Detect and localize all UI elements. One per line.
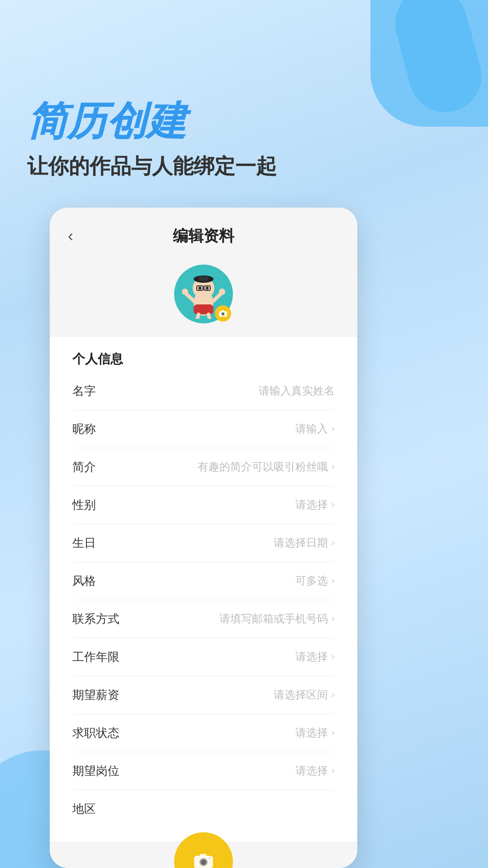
form-row-value: 请选择›: [295, 764, 335, 778]
form-row[interactable]: 风格可多选›: [72, 562, 335, 600]
form-row-label: 性别: [72, 497, 127, 513]
form-row-label: 求职状态: [72, 725, 127, 741]
form-row[interactable]: 期望岗位请选择›: [72, 752, 335, 790]
form-row[interactable]: 简介有趣的简介可以吸引粉丝哦›: [72, 448, 335, 486]
form-row-label: 生日: [72, 535, 127, 551]
form-row[interactable]: 求职状态请选择›: [72, 714, 335, 752]
svg-line-14: [197, 314, 199, 319]
hero-subtitle: 让你的作品与人能绑定一起: [27, 152, 277, 180]
main-content: 简历创建 让你的作品与人能绑定一起 ‹ 编辑资料: [0, 0, 488, 868]
form-row-label: 期望薪资: [72, 687, 127, 703]
chevron-right-icon: ›: [332, 575, 335, 587]
form-row-value: 请选择区间›: [274, 688, 335, 702]
svg-point-22: [201, 859, 206, 865]
svg-point-19: [222, 313, 224, 315]
form-row-value: 请选择›: [295, 650, 335, 664]
form-rows-container: 名字请输入真实姓名昵称请输入›简介有趣的简介可以吸引粉丝哦›性别请选择›生日请选…: [72, 372, 335, 828]
chevron-right-icon: ›: [332, 537, 335, 549]
form-row[interactable]: 期望薪资请选择区间›: [72, 676, 335, 714]
back-button[interactable]: ‹: [68, 227, 73, 246]
chevron-right-icon: ›: [332, 613, 335, 625]
avatar-area: [50, 256, 357, 337]
svg-point-5: [199, 286, 202, 289]
camera-badge[interactable]: [215, 305, 231, 322]
form-row[interactable]: 联系方式请填写邮箱或手机号码›: [72, 600, 335, 638]
form-row-value: 请选择›: [295, 498, 335, 512]
form-row-label: 地区: [72, 801, 127, 817]
form-row-label: 名字: [72, 383, 127, 399]
phone-card: ‹ 编辑资料: [50, 208, 357, 868]
form-row-value: 请输入真实姓名: [259, 384, 335, 398]
svg-rect-18: [222, 310, 224, 312]
form-row[interactable]: 地区: [72, 790, 335, 828]
form-row-value: 请填写邮箱或手机号码›: [219, 612, 335, 626]
svg-line-15: [208, 314, 210, 319]
camera-icon: [218, 309, 227, 318]
card-bottom-area: [50, 841, 357, 868]
form-row[interactable]: 名字请输入真实姓名: [72, 372, 335, 410]
form-row-label: 工作年限: [72, 649, 127, 665]
card-title: 编辑资料: [173, 226, 234, 247]
form-row-label: 联系方式: [72, 611, 127, 627]
avatar-wrapper[interactable]: [174, 265, 233, 323]
form-row-value: 请选择日期›: [274, 536, 335, 550]
chevron-right-icon: ›: [332, 461, 335, 473]
form-row-value: 请选择›: [295, 726, 335, 740]
svg-point-13: [219, 289, 225, 295]
hero-title: 简历创建: [27, 100, 186, 143]
form-row[interactable]: 昵称请输入›: [72, 410, 335, 448]
chevron-right-icon: ›: [332, 689, 335, 701]
form-row-value: 有趣的简介可以吸引粉丝哦›: [198, 460, 335, 474]
form-row-label: 昵称: [72, 421, 127, 437]
svg-point-24: [209, 857, 211, 859]
form-row-label: 风格: [72, 573, 127, 589]
bottom-camera-icon: [192, 850, 215, 868]
card-header: ‹ 编辑资料: [50, 208, 357, 256]
form-row[interactable]: 工作年限请选择›: [72, 638, 335, 676]
svg-rect-23: [200, 854, 206, 857]
chevron-right-icon: ›: [332, 765, 335, 777]
svg-point-12: [182, 289, 188, 295]
form-row-label: 期望岗位: [72, 763, 127, 779]
form-row-value: 请输入›: [295, 422, 335, 436]
svg-rect-1: [194, 304, 213, 314]
chevron-right-icon: ›: [332, 499, 335, 511]
section-label: 个人信息: [72, 351, 335, 368]
svg-rect-4: [199, 276, 208, 281]
chevron-right-icon: ›: [332, 651, 335, 663]
form-row-label: 简介: [72, 459, 127, 475]
chevron-right-icon: ›: [332, 423, 335, 435]
chevron-right-icon: ›: [332, 727, 335, 739]
form-row[interactable]: 性别请选择›: [72, 486, 335, 524]
form-row[interactable]: 生日请选择日期›: [72, 524, 335, 562]
form-section: 个人信息 名字请输入真实姓名昵称请输入›简介有趣的简介可以吸引粉丝哦›性别请选择…: [50, 337, 357, 841]
form-row-value: 可多选›: [295, 574, 335, 588]
svg-point-6: [206, 286, 209, 289]
